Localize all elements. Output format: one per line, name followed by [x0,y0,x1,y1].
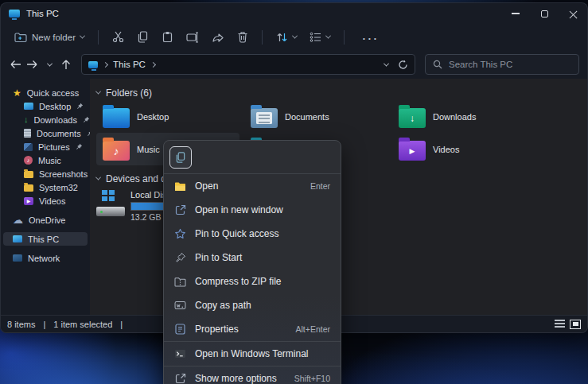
collapse-chevron-icon [95,175,101,180]
sidebar-item-documents[interactable]: Documents [3,126,88,140]
sidebar-item-videos[interactable]: ▶ Videos [3,194,88,208]
menu-item-open[interactable]: Open Enter [164,174,341,198]
rename-button[interactable] [181,29,204,46]
folders-section-title: Folders (6) [106,87,152,99]
item-count: 8 items [7,320,35,329]
this-pc-monitor-icon [9,10,20,17]
search-icon [433,60,442,69]
sidebar-item-system32[interactable]: System32 [3,180,88,194]
cut-button[interactable] [107,28,130,46]
recent-locations-button[interactable] [43,55,56,74]
status-divider: | [43,320,45,329]
folder-label: Documents [285,112,329,122]
sidebar-item-label: OneDrive [29,215,65,225]
new-folder-icon [14,32,27,43]
document-icon [24,129,31,138]
local-disk-icon [96,190,125,217]
sidebar-item-label: Desktop [39,102,71,111]
folder-tile-downloads[interactable]: ↓ Downloads [392,100,535,133]
sidebar-item-downloads[interactable]: ↓ Downloads [3,113,88,126]
this-pc-monitor-icon [13,235,22,242]
details-view-icon[interactable] [555,320,565,328]
menu-item-open-in-new-window[interactable]: Open in new window [164,198,341,222]
sidebar-item-label: Videos [39,196,65,206]
paste-button[interactable] [156,28,179,46]
sidebar-item-quick-access[interactable]: ★ Quick access [3,86,88,99]
sort-icon [276,32,288,43]
forward-button[interactable] [25,55,39,74]
music-icon: ♪ [24,156,33,165]
sidebar-item-label: Quick access [27,88,79,98]
this-pc-monitor-icon [88,61,98,68]
recent-locations-icon [47,60,53,66]
breadcrumb-this-pc[interactable]: This PC [113,60,146,69]
properties-icon [175,324,185,335]
folders-section-header[interactable]: Folders (6) [96,87,587,99]
see-more-icon [358,31,382,43]
downloads-folder-icon: ↓ [399,108,426,128]
sidebar-item-onedrive[interactable]: ☁ OneDrive [3,213,88,227]
view-button[interactable] [304,29,336,45]
open-new-window-icon [175,204,186,215]
menu-item-open-in-windows-terminal[interactable]: Open in Windows Terminal [164,342,341,366]
collapse-chevron-icon [95,89,101,95]
cut-icon [112,31,124,43]
copy-icon [175,152,186,163]
forward-icon [26,60,38,69]
delete-button[interactable] [232,28,254,46]
search-input[interactable] [449,60,571,69]
menu-item-pin-to-start[interactable]: Pin to Start [164,246,341,270]
navigation-bar: This PC [1,50,587,79]
large-icons-view-icon[interactable] [570,320,581,329]
context-menu: Open Enter Open in new window Pin to Qui… [163,140,341,384]
copy-quick-action-button[interactable] [169,146,192,169]
sidebar-item-pictures[interactable]: Pictures [3,140,88,153]
menu-item-properties[interactable]: Properties Alt+Enter [164,317,341,341]
sidebar-item-network[interactable]: Network [3,251,88,265]
address-bar[interactable]: This PC [81,54,415,75]
close-button[interactable] [559,3,587,24]
sidebar-item-label: Network [28,254,60,263]
maximize-button[interactable] [530,3,559,24]
minimize-button[interactable] [501,3,530,24]
share-button[interactable] [206,29,230,46]
menu-item-pin-to-quick-access[interactable]: Pin to Quick access [164,222,341,246]
address-dropdown-icon[interactable] [384,60,389,66]
music-folder-icon: ♪ [103,141,130,161]
new-folder-button[interactable]: New folder [9,29,90,46]
menu-item-compress-to-zip[interactable]: Compress to ZIP file [164,270,341,293]
window-title: This PC [26,9,59,18]
sidebar-item-label: Downloads [34,115,77,125]
copy-icon [137,31,149,43]
toolbar-divider [98,30,99,45]
folder-tile-videos[interactable]: ▶ Videos [392,133,535,165]
folder-tile-documents[interactable]: Documents [244,100,387,133]
pin-to-quick-access-star-icon [174,228,186,239]
sidebar-item-screenshots[interactable]: Screenshots [3,167,88,180]
videos-icon: ▶ [24,197,33,205]
chevron-down-icon [80,33,85,39]
network-icon [13,254,22,262]
menu-item-show-more-options[interactable]: Show more options Shift+F10 [164,367,341,384]
back-button[interactable] [9,55,22,74]
sidebar-item-music[interactable]: ♪ Music [3,153,88,167]
sort-button[interactable] [271,29,302,46]
search-box [425,54,579,75]
copy-button[interactable] [131,28,154,46]
folder-tile-desktop[interactable]: Desktop [96,100,239,133]
rename-icon [186,32,199,43]
status-divider: | [120,320,123,329]
up-button[interactable] [60,55,73,74]
windows-logo-icon [102,190,107,195]
see-more-button[interactable] [352,28,387,46]
menu-item-copy-as-path[interactable]: Copy as path [164,293,341,317]
folder-icon [24,171,33,178]
pin-icon [83,116,90,123]
sidebar-item-desktop[interactable]: Desktop [3,99,88,113]
refresh-icon[interactable] [398,60,408,70]
command-toolbar: New folder [1,24,587,50]
sidebar-item-this-pc[interactable]: This PC [3,232,88,246]
folder-icon [24,184,33,192]
maximize-icon [541,10,548,17]
window-controls [501,3,587,24]
